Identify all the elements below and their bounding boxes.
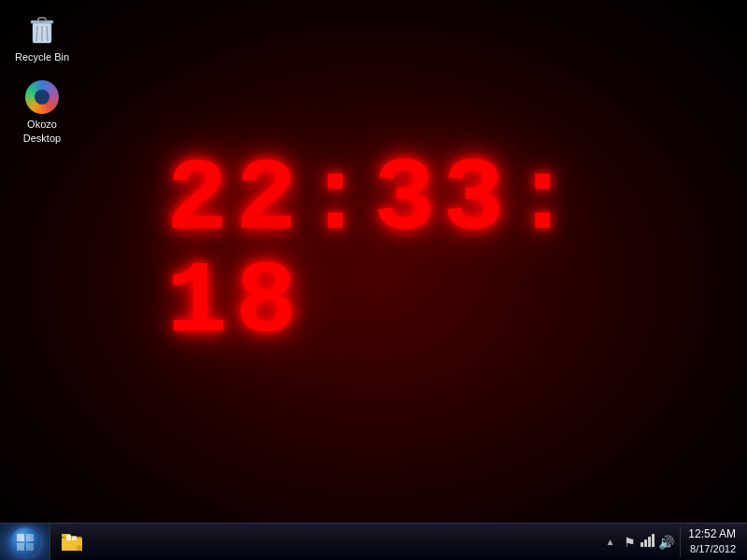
taskbar-explorer-icon[interactable] (54, 525, 92, 559)
system-tray-clock[interactable]: 12:52 AM 8/17/2012 (680, 526, 743, 556)
svg-rect-12 (644, 539, 647, 547)
windows-orb-icon (10, 527, 40, 557)
tray-time: 12:52 AM (688, 526, 736, 542)
network-icon[interactable] (640, 534, 655, 550)
action-center-icon[interactable]: ⚑ (624, 535, 636, 550)
taskbar: ▲ ⚑ 🔊 12:52 AM (0, 523, 747, 560)
svg-rect-14 (652, 534, 655, 547)
tray-expand-button[interactable]: ▲ (601, 535, 618, 549)
main-clock-display: 22:33: 18 (166, 149, 581, 355)
recycle-bin-label: Recycle Bin (15, 50, 69, 63)
svg-rect-13 (648, 537, 651, 547)
svg-rect-9 (72, 536, 77, 540)
system-tray: ▲ ⚑ 🔊 12:52 AM (601, 526, 747, 556)
recycle-bin-image (25, 13, 59, 47)
svg-point-10 (77, 545, 82, 551)
svg-rect-11 (641, 542, 643, 547)
recycle-bin-icon[interactable]: Recycle Bin (9, 9, 75, 67)
desktop: Recycle Bin OkozoDesktop 22:33: 18 (0, 0, 747, 560)
taskbar-pinned-items (54, 524, 92, 560)
okozo-desktop-icon[interactable]: OkozoDesktop (9, 77, 75, 148)
start-button[interactable] (0, 524, 50, 561)
svg-rect-5 (38, 18, 46, 21)
okozo-label: OkozoDesktop (23, 118, 61, 145)
volume-icon[interactable]: 🔊 (658, 535, 674, 550)
svg-rect-8 (66, 535, 71, 540)
tray-icons-group: ⚑ 🔊 (620, 534, 678, 550)
okozo-image (25, 80, 59, 114)
clock-time-text: 22:33: 18 (166, 149, 581, 355)
desktop-icons: Recycle Bin OkozoDesktop (9, 9, 75, 148)
tray-date: 8/17/2012 (690, 542, 736, 556)
